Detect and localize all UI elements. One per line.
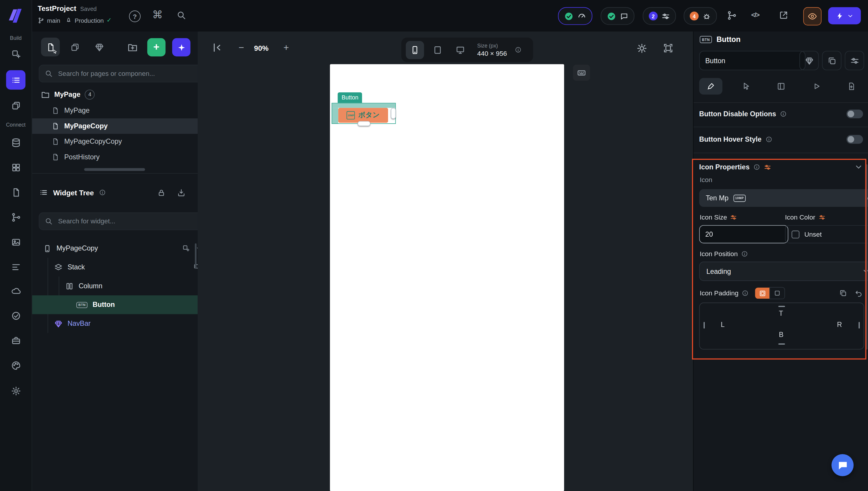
- rail-database-button[interactable]: [6, 133, 26, 152]
- environment-name[interactable]: Production: [75, 17, 104, 23]
- resize-handle-bottom[interactable]: [358, 121, 370, 126]
- selected-widget-box[interactable]: 10MP ボタン: [332, 103, 396, 124]
- icon-color-field[interactable]: Unset: [785, 225, 868, 243]
- rail-files-button[interactable]: [6, 183, 26, 202]
- rail-checks-button[interactable]: [6, 306, 26, 325]
- variable-icon[interactable]: [819, 214, 825, 221]
- rail-settings-button[interactable]: [6, 381, 26, 400]
- tree-row-mypagecopy[interactable]: MyPageCopy: [32, 239, 209, 258]
- app-logo[interactable]: [7, 6, 24, 24]
- api-button[interactable]: [727, 11, 737, 21]
- add-folder-button[interactable]: [125, 39, 140, 55]
- tab-animations[interactable]: [805, 78, 828, 94]
- rail-theme-button[interactable]: [6, 355, 26, 375]
- page-row[interactable]: PostHistory: [32, 149, 218, 165]
- device-tablet-button[interactable]: [429, 41, 447, 59]
- size-value[interactable]: 440 × 956: [477, 50, 507, 57]
- add-page-button[interactable]: +: [147, 38, 166, 56]
- device-phone-button[interactable]: [406, 41, 424, 59]
- chat-fab[interactable]: [831, 454, 853, 476]
- rail-widgets-button[interactable]: [6, 44, 26, 64]
- review-status-pill[interactable]: 2: [643, 7, 676, 25]
- rail-components-button[interactable]: [6, 96, 26, 115]
- page-search[interactable]: [39, 65, 202, 82]
- tab-add[interactable]: [840, 78, 863, 94]
- hover-style-toggle[interactable]: [846, 135, 863, 144]
- tab-layout[interactable]: [769, 78, 793, 94]
- device-desktop-button[interactable]: [451, 41, 469, 59]
- zoom-level[interactable]: 90%: [254, 44, 268, 53]
- add-child-icon[interactable]: [182, 244, 190, 252]
- color-unset-checkbox[interactable]: [791, 230, 799, 238]
- panel-scrollbar[interactable]: [195, 243, 197, 269]
- padding-mode-sides-button[interactable]: [755, 288, 770, 299]
- canvas-frame-button[interactable]: [663, 43, 673, 53]
- zoom-in-button[interactable]: +: [283, 42, 289, 53]
- panel-mode-components[interactable]: [90, 37, 109, 56]
- rail-alignment-button[interactable]: [6, 257, 26, 277]
- rail-media-button[interactable]: [6, 232, 26, 252]
- tree-row-stack[interactable]: Stack: [32, 258, 220, 277]
- lock-icon[interactable]: [157, 188, 165, 197]
- preview-button[interactable]: [803, 7, 822, 25]
- padding-top-value[interactable]: T: [779, 310, 783, 318]
- icon-size-input[interactable]: [699, 225, 788, 243]
- canvas-button-widget[interactable]: 10MP ボタン: [338, 108, 388, 123]
- shortcuts-button[interactable]: ⌘: [152, 8, 163, 21]
- padding-right-value[interactable]: R: [837, 321, 842, 328]
- issues-status-pill[interactable]: 4: [684, 7, 717, 25]
- run-button[interactable]: [828, 7, 861, 24]
- tab-interaction[interactable]: [734, 78, 758, 94]
- rail-integrations-button[interactable]: [6, 207, 26, 227]
- search-button[interactable]: [177, 11, 186, 20]
- disable-options-toggle[interactable]: [846, 110, 863, 118]
- help-button[interactable]: ?: [129, 11, 141, 22]
- inspector-scrollbar[interactable]: [866, 164, 868, 350]
- branch-name[interactable]: main: [47, 17, 60, 23]
- rail-toolbox-button[interactable]: [6, 331, 26, 350]
- canvas-quick-menu[interactable]: [573, 65, 590, 81]
- rail-cloud-button[interactable]: [6, 281, 26, 300]
- panel-mode-stack[interactable]: [65, 37, 84, 56]
- theme-settings-button[interactable]: [799, 51, 819, 70]
- resize-handle-right[interactable]: [391, 108, 396, 119]
- ai-generate-button[interactable]: [172, 38, 190, 56]
- icon-select[interactable]: Ten Mp 10MP ×: [699, 189, 868, 207]
- widget-search-input[interactable]: [57, 217, 196, 226]
- rail-dashboard-button[interactable]: [6, 157, 26, 177]
- chevron-down-icon[interactable]: [854, 163, 863, 171]
- code-button[interactable]: </>: [751, 11, 759, 19]
- page-row[interactable]: MyPageCopyCopy: [32, 134, 218, 149]
- canvas-theme-button[interactable]: [637, 43, 647, 54]
- reset-padding-icon[interactable]: [855, 289, 862, 297]
- tab-properties[interactable]: [699, 78, 723, 94]
- padding-left-value[interactable]: L: [721, 321, 725, 328]
- collapse-panel-button[interactable]: [212, 42, 222, 53]
- page-search-input[interactable]: [57, 69, 196, 78]
- page-row[interactable]: MyPage: [32, 103, 218, 118]
- comments-status-pill[interactable]: [601, 7, 634, 25]
- tests-status-pill[interactable]: [558, 7, 592, 25]
- zoom-out-button[interactable]: −: [239, 42, 244, 53]
- widget-actions-button[interactable]: [845, 51, 864, 70]
- icon-properties-header[interactable]: Icon Properties: [699, 161, 863, 174]
- padding-mode-all-button[interactable]: [770, 287, 785, 299]
- variable-icon[interactable]: [764, 164, 771, 171]
- copy-style-button[interactable]: [822, 51, 841, 70]
- import-widget-icon[interactable]: [177, 188, 186, 197]
- icon-position-select[interactable]: Leading: [699, 262, 868, 281]
- page-folder-row[interactable]: MyPage 4: [32, 87, 207, 102]
- widget-name-input[interactable]: [699, 51, 805, 70]
- tree-row-navbar[interactable]: NavBar: [32, 314, 220, 333]
- variable-icon[interactable]: [730, 214, 737, 221]
- copy-padding-icon[interactable]: [839, 289, 847, 297]
- phone-canvas[interactable]: [330, 64, 564, 491]
- plus-icon: +: [153, 41, 160, 53]
- page-row-selected[interactable]: MyPageCopy: [32, 118, 218, 134]
- panel-splitter[interactable]: [84, 168, 145, 171]
- padding-bottom-value[interactable]: B: [779, 331, 784, 339]
- widget-search[interactable]: [39, 212, 202, 230]
- export-button[interactable]: [779, 11, 788, 20]
- panel-mode-pages[interactable]: [41, 37, 60, 56]
- rail-pages-button[interactable]: [6, 70, 26, 90]
